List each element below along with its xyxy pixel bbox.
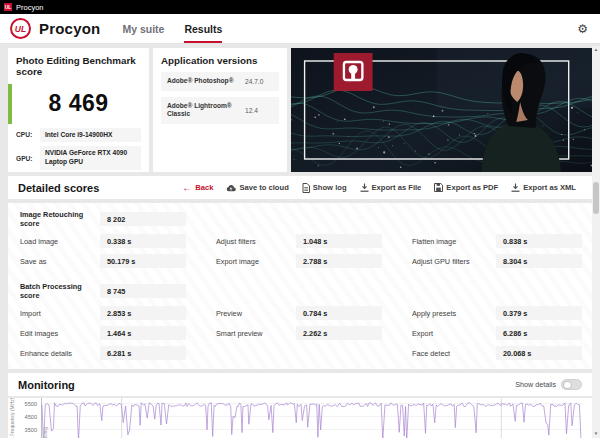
summary-row: Photo Editing Benchmark score 8 469 CPU:… xyxy=(8,48,592,172)
show-details-toggle[interactable] xyxy=(561,379,582,390)
metric-value: 20.068 s xyxy=(496,346,582,360)
results-toolbar: ← Back Save to cloud Show log Export as … xyxy=(182,183,582,193)
version-row-photoshop: Adobe® Photoshop® 24.7.0 xyxy=(161,72,279,91)
back-button[interactable]: ← Back xyxy=(182,183,213,193)
metric-value: 2.262 s xyxy=(296,326,382,340)
cpu-value: Intel Core i9-14900HX xyxy=(40,128,141,143)
chart-y-axis-label: Clock Frequency (MHz) xyxy=(9,400,17,438)
image-retouching-score-label: Image Retouching score xyxy=(20,210,100,228)
score-card-title: Photo Editing Benchmark score xyxy=(16,55,141,78)
show-details-label: Show details xyxy=(515,380,556,389)
metric-value: 2.788 s xyxy=(296,254,382,268)
toggle-knob xyxy=(563,381,572,390)
monitoring-title: Monitoring xyxy=(18,379,75,391)
window-title: Procyon xyxy=(16,3,44,12)
metric-label: Apply presets xyxy=(412,309,496,318)
metric-label: Adjust GPU filters xyxy=(412,257,496,266)
gpu-label: GPU: xyxy=(16,155,36,162)
y-tick: 4500 xyxy=(17,414,37,420)
metric-value: 0.838 s xyxy=(496,234,582,248)
metric-value: 0.379 s xyxy=(496,306,582,320)
main-nav: My suite Results xyxy=(122,14,222,43)
metric-label: Export xyxy=(412,329,496,338)
show-log-button[interactable]: Show log xyxy=(302,183,347,193)
metric-value: 0.338 s xyxy=(100,234,186,248)
scroll-up-arrow[interactable]: ▲ xyxy=(592,46,600,54)
benchmark-hero-image xyxy=(291,48,592,172)
app-header: UL Procyon My suite Results ⚙ xyxy=(0,14,600,44)
metric-value: 1.048 s xyxy=(296,234,382,248)
metric-value: 6.281 s xyxy=(100,346,186,360)
metric-label: Save as xyxy=(20,257,100,266)
download-icon xyxy=(360,183,369,192)
log-file-icon xyxy=(302,183,310,193)
versions-title: Application versions xyxy=(161,55,279,66)
score-accent-bar xyxy=(8,84,12,124)
procyon-photo-logo xyxy=(334,53,373,91)
metric-value: 0.784 s xyxy=(296,306,382,320)
metric-value: 6.286 s xyxy=(496,326,582,340)
export-file-button[interactable]: Export as File xyxy=(360,183,422,192)
monitoring-bar: Monitoring Show details xyxy=(8,373,592,396)
application-versions-card: Application versions Adobe® Photoshop® 2… xyxy=(153,48,287,172)
y-tick: 5500 xyxy=(17,401,37,407)
gpu-value: NVIDIA GeForce RTX 4090 Laptop GPU xyxy=(40,146,141,170)
scroll-down-arrow[interactable]: ▼ xyxy=(592,430,600,438)
settings-gear-icon[interactable]: ⚙ xyxy=(577,22,588,36)
metric-value: 8.304 s xyxy=(496,254,582,268)
cpu-row: CPU: Intel Core i9-14900HX xyxy=(16,128,141,143)
chart-plot: monitoring xyxy=(41,398,582,438)
metric-label: Import xyxy=(20,309,100,318)
scrollbar-thumb[interactable] xyxy=(593,182,599,214)
batch-processing-score-label: Batch Processing score xyxy=(20,282,100,300)
metric-value: 50.179 s xyxy=(100,254,186,268)
save-disk-icon xyxy=(434,183,443,192)
metric-label: Flatten image xyxy=(412,237,496,246)
metric-label: Adjust filters xyxy=(216,237,296,246)
metric-label: Preview xyxy=(216,309,296,318)
cloud-upload-icon xyxy=(226,184,236,192)
export-pdf-button[interactable]: Export as PDF xyxy=(434,183,498,192)
batch-processing-score-value: 8 745 xyxy=(100,284,186,298)
y-tick: 3500 xyxy=(17,427,37,433)
export-xml-button[interactable]: Export as XML xyxy=(511,183,576,192)
window-titlebar: UL Procyon xyxy=(0,0,600,14)
app-icon: UL xyxy=(4,3,12,11)
metric-label: Load image xyxy=(20,237,100,246)
detailed-scores-title: Detailed scores xyxy=(18,182,99,194)
nav-results[interactable]: Results xyxy=(184,14,222,43)
benchmark-score-card: Photo Editing Benchmark score 8 469 CPU:… xyxy=(8,48,149,172)
metric-label: Smart preview xyxy=(216,329,296,338)
metric-value: 1.464 s xyxy=(100,326,186,340)
cpu-label: CPU: xyxy=(16,131,36,138)
arrow-left-icon: ← xyxy=(182,183,192,193)
metric-value: 2.853 s xyxy=(100,306,186,320)
monitoring-chart: Clock Frequency (MHz) 5500 4500 3500 250… xyxy=(8,398,592,438)
metric-label: Export image xyxy=(216,257,296,266)
detailed-scores-card: Image Retouching score 8 202 Load image … xyxy=(8,203,592,369)
metric-label: Edit images xyxy=(20,329,100,338)
detailed-scores-bar: Detailed scores ← Back Save to cloud Sho… xyxy=(8,176,592,199)
nav-my-suite[interactable]: My suite xyxy=(122,14,164,43)
image-retouching-score-value: 8 202 xyxy=(100,212,186,226)
download-icon xyxy=(511,183,520,192)
metric-label: Face detect xyxy=(412,349,496,358)
ul-logo: UL xyxy=(10,18,31,39)
save-to-cloud-button[interactable]: Save to cloud xyxy=(226,183,288,192)
brand-title: Procyon xyxy=(39,20,100,37)
version-row-lightroom: Adobe® Lightroom® Classic 12.4 xyxy=(161,97,279,124)
metric-label: Enhance details xyxy=(20,349,100,358)
benchmark-score: 8 469 xyxy=(48,90,108,117)
gpu-row: GPU: NVIDIA GeForce RTX 4090 Laptop GPU xyxy=(16,146,141,170)
vertical-scrollbar[interactable]: ▲ ▼ xyxy=(592,46,600,438)
